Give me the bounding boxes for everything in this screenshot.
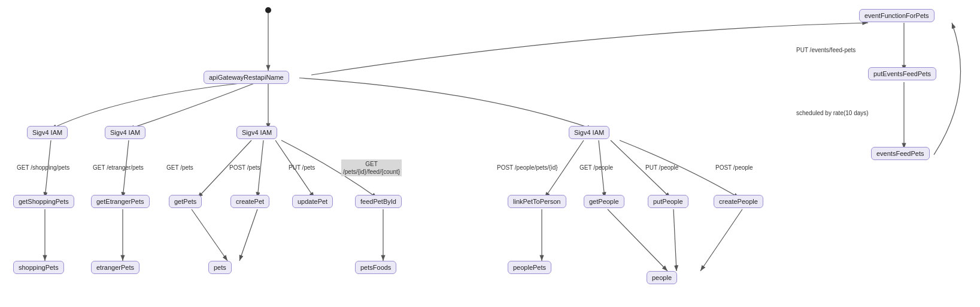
node-feed-pet-by-id: feedPetById [355, 195, 402, 208]
node-put-people-label: putPeople [653, 198, 683, 205]
label-post-people-pets: POST /people/pets/{id} [497, 164, 558, 171]
node-sigv4-2-label: Sigv4 IAM [110, 129, 140, 136]
label-put-pets: PUT /pets [289, 164, 315, 171]
node-api-gateway-label: apiGatewayRestapiName [209, 74, 284, 81]
node-get-shopping-pets: getShoppingPets [13, 195, 74, 208]
node-link-pet-to-person: linkPetToPerson [508, 195, 566, 208]
node-create-people-label: createPeople [719, 198, 758, 205]
node-shopping-pets: shoppingPets [13, 261, 64, 274]
node-link-pet-to-person-label: linkPetToPerson [513, 198, 561, 205]
node-put-people: putPeople [648, 195, 688, 208]
svg-line-19 [700, 209, 742, 271]
label-get-etranger: GET /etranger/pets [93, 164, 144, 171]
node-get-etranger-pets: getEtrangerPets [91, 195, 150, 208]
node-sigv4-4: Sigv4 IAM [569, 126, 609, 139]
node-put-events-feed-pets: putEventsFeedPets [868, 67, 936, 80]
label-scheduled: scheduled by rate(10 days) [796, 110, 869, 116]
node-pets: pets [208, 261, 232, 274]
label-post-pets: POST /pets [229, 164, 260, 171]
label-post-people: POST /people [715, 164, 753, 171]
node-event-function-for-pets: eventFunctionForPets [859, 9, 935, 22]
node-people-pets-label: peoplePets [513, 264, 546, 271]
node-put-events-feed-pets-label: putEventsFeedPets [873, 70, 931, 77]
label-put-events-feed-pets: PUT /events/feed-pets [796, 47, 855, 53]
node-get-etranger-pets-label: getEtrangerPets [96, 198, 144, 205]
node-etranger-pets-label: etrangerPets [96, 264, 134, 271]
node-sigv4-1-label: Sigv4 IAM [32, 129, 62, 136]
diagram-container: apiGatewayRestapiName Sigv4 IAM Sigv4 IA… [0, 0, 980, 307]
node-update-pet-label: updatePet [298, 198, 327, 205]
node-update-pet: updatePet [292, 195, 333, 208]
node-get-shopping-pets-label: getShoppingPets [19, 198, 69, 205]
node-sigv4-1: Sigv4 IAM [27, 126, 68, 139]
node-event-function-for-pets-label: eventFunctionForPets [864, 12, 929, 19]
svg-line-13 [192, 209, 227, 261]
label-put-people: PUT /people [645, 164, 678, 171]
node-get-pets-label: getPets [174, 198, 196, 205]
node-events-feed-pets: eventsFeedPets [871, 147, 930, 160]
svg-line-14 [239, 209, 257, 261]
node-pets-foods-label: petsFoods [360, 264, 391, 271]
node-pets-label: pets [214, 264, 226, 271]
node-people-label: people [652, 274, 672, 281]
label-get-shopping: GET /shopping/pets [17, 164, 69, 171]
node-create-people: createPeople [714, 195, 763, 208]
label-get-pets: GET /pets [166, 164, 193, 171]
node-shopping-pets-label: shoppingPets [19, 264, 59, 271]
label-get-feed: GET/pets/{id}/feed/{count} [341, 159, 402, 176]
node-sigv4-2: Sigv4 IAM [105, 126, 145, 139]
node-sigv4-3: Sigv4 IAM [236, 126, 277, 139]
node-events-feed-pets-label: eventsFeedPets [876, 150, 924, 157]
arrows-svg [0, 0, 980, 307]
node-etranger-pets: etrangerPets [91, 261, 139, 274]
svg-line-17 [608, 209, 668, 271]
node-people-pets: peoplePets [508, 261, 551, 274]
node-api-gateway: apiGatewayRestapiName [204, 71, 289, 84]
node-sigv4-3-label: Sigv4 IAM [242, 129, 272, 136]
node-get-pets: getPets [169, 195, 202, 208]
node-pets-foods: petsFoods [355, 261, 396, 274]
start-dot [265, 7, 271, 13]
node-feed-pet-by-id-label: feedPetById [360, 198, 396, 205]
node-get-people-label: getPeople [589, 198, 619, 205]
node-people: people [647, 271, 677, 284]
svg-line-18 [673, 209, 676, 271]
node-create-pet: createPet [230, 195, 269, 208]
node-sigv4-4-label: Sigv4 IAM [574, 129, 604, 136]
label-get-people: GET /people [579, 164, 613, 171]
node-get-people: getPeople [584, 195, 624, 208]
node-create-pet-label: createPet [236, 198, 264, 205]
